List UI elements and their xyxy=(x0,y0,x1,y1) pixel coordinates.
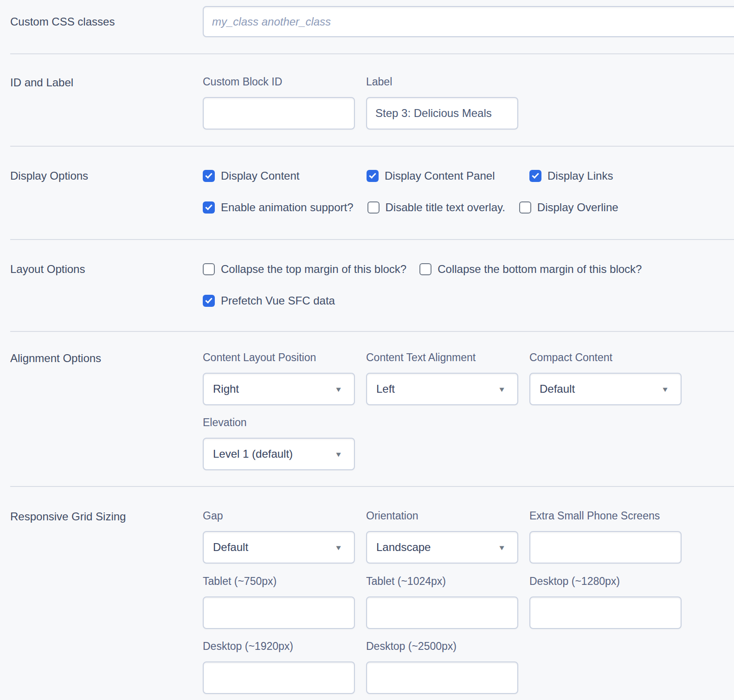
checkbox-checked-icon xyxy=(203,295,215,307)
field-label: Label xyxy=(366,77,518,87)
tablet-750-field: Tablet (~750px) xyxy=(203,576,355,629)
checkbox-label: Display Overline xyxy=(537,201,618,214)
checkbox-label: Display Content xyxy=(221,170,299,182)
field-label: Custom Block ID xyxy=(203,77,355,87)
field-label: Compact Content xyxy=(529,352,682,363)
checkmark-icon xyxy=(369,171,376,179)
select-value: Default xyxy=(540,382,575,395)
custom-block-id-field: Custom Block ID xyxy=(203,77,355,130)
tablet-1024-field: Tablet (~1024px) xyxy=(366,576,518,629)
section-responsive-grid-sizing: Responsive Grid Sizing Gap Default ▼ Ori… xyxy=(0,487,734,700)
section-title: Layout Options xyxy=(10,263,203,307)
custom-css-input[interactable] xyxy=(203,6,734,37)
checkbox-disable-title-text-overlay[interactable]: Disable title text overlay. xyxy=(367,201,505,214)
tablet-1024-input[interactable] xyxy=(366,596,518,629)
select-arrow-icon: ▼ xyxy=(335,385,342,393)
custom-css-field xyxy=(203,6,734,37)
section-title: ID and Label xyxy=(10,77,203,130)
checkbox-collapse-bottom-margin[interactable]: Collapse the bottom margin of this block… xyxy=(419,263,642,275)
section-custom-css: Custom CSS classes xyxy=(0,0,734,53)
block-label-input[interactable] xyxy=(366,97,518,130)
field-label: Orientation xyxy=(366,511,518,521)
checkbox-checked-icon xyxy=(203,201,215,214)
field-label: Content Text Alignment xyxy=(366,352,518,363)
alignment-options-fields: Content Layout Position Right ▼ Content … xyxy=(203,352,734,470)
block-settings-form: Custom CSS classes ID and Label Custom B… xyxy=(0,0,734,700)
field-label: Extra Small Phone Screens xyxy=(529,511,682,521)
block-label-field: Label xyxy=(366,77,518,130)
gap-select[interactable]: Default ▼ xyxy=(203,531,355,564)
orientation-select[interactable]: Landscape ▼ xyxy=(366,531,518,564)
checkbox-unchecked-icon xyxy=(367,201,380,214)
checkbox-label: Disable title text overlay. xyxy=(386,201,505,214)
layout-options-checkboxes: Collapse the top margin of this block? C… xyxy=(203,263,734,307)
checkbox-checked-icon xyxy=(529,170,541,182)
tablet-750-input[interactable] xyxy=(203,596,355,629)
desktop-1280-input[interactable] xyxy=(529,596,682,629)
checkbox-display-overline[interactable]: Display Overline xyxy=(519,201,618,214)
section-alignment-options: Alignment Options Content Layout Positio… xyxy=(0,332,734,486)
checkbox-display-content[interactable]: Display Content xyxy=(203,170,367,182)
select-value: Level 1 (default) xyxy=(213,447,293,460)
elevation-select[interactable]: Level 1 (default) ▼ xyxy=(203,438,355,470)
checkbox-checked-icon xyxy=(367,170,379,182)
field-label: Tablet (~1024px) xyxy=(366,576,518,587)
field-label: Elevation xyxy=(203,417,355,428)
elevation-field: Elevation Level 1 (default) ▼ xyxy=(203,417,355,470)
checkbox-unchecked-icon xyxy=(519,201,531,214)
section-title: Display Options xyxy=(10,170,203,214)
checkbox-label: Display Links xyxy=(547,170,613,182)
checkbox-display-links[interactable]: Display Links xyxy=(529,170,734,182)
checkbox-label: Collapse the top margin of this block? xyxy=(221,263,406,275)
xs-phone-field: Extra Small Phone Screens xyxy=(529,511,682,564)
section-layout-options: Layout Options Collapse the top margin o… xyxy=(0,240,734,331)
checkmark-icon xyxy=(532,171,539,179)
field-label: Desktop (~1920px) xyxy=(203,641,355,652)
section-title: Responsive Grid Sizing xyxy=(10,511,203,694)
content-layout-position-select[interactable]: Right ▼ xyxy=(203,373,355,405)
desktop-1920-input[interactable] xyxy=(203,661,355,694)
checkbox-label: Display Content Panel xyxy=(385,170,495,182)
display-options-checkboxes: Display Content Display Content Panel Di… xyxy=(203,170,734,214)
select-value: Right xyxy=(213,382,239,395)
orientation-field: Orientation Landscape ▼ xyxy=(366,511,518,564)
select-arrow-icon: ▼ xyxy=(498,385,506,393)
select-value: Default xyxy=(213,541,248,554)
select-arrow-icon: ▼ xyxy=(661,385,669,393)
field-label: Desktop (~1280px) xyxy=(529,576,682,587)
responsive-grid-fields: Gap Default ▼ Orientation Landscape ▼ Ex… xyxy=(203,511,734,694)
section-display-options: Display Options Display Content Display … xyxy=(0,147,734,239)
checkbox-unchecked-icon xyxy=(203,263,215,275)
desktop-1920-field: Desktop (~1920px) xyxy=(203,641,355,694)
select-arrow-icon: ▼ xyxy=(335,544,342,551)
field-label: Gap xyxy=(203,511,355,521)
checkbox-collapse-top-margin[interactable]: Collapse the top margin of this block? xyxy=(203,263,406,275)
section-title: Alignment Options xyxy=(10,352,203,470)
gap-field: Gap Default ▼ xyxy=(203,511,355,564)
custom-css-label: Custom CSS classes xyxy=(10,15,203,28)
checkbox-display-content-panel[interactable]: Display Content Panel xyxy=(367,170,529,182)
checkbox-unchecked-icon xyxy=(419,263,431,275)
compact-content-select[interactable]: Default ▼ xyxy=(529,373,682,405)
xs-phone-input[interactable] xyxy=(529,531,682,564)
select-value: Landscape xyxy=(376,541,431,554)
id-label-fields: Custom Block ID Label xyxy=(203,77,734,130)
field-label: Tablet (~750px) xyxy=(203,576,355,587)
checkmark-icon xyxy=(205,203,212,210)
checkbox-label: Collapse the bottom margin of this block… xyxy=(438,263,642,275)
content-text-alignment-select[interactable]: Left ▼ xyxy=(366,373,518,405)
desktop-1280-field: Desktop (~1280px) xyxy=(529,576,682,629)
custom-block-id-input[interactable] xyxy=(203,97,355,130)
checkbox-label: Enable animation support? xyxy=(221,201,354,214)
content-layout-position-field: Content Layout Position Right ▼ xyxy=(203,352,355,405)
desktop-2500-field: Desktop (~2500px) xyxy=(366,641,518,694)
checkbox-prefetch-vue-sfc-data[interactable]: Prefetch Vue SFC data xyxy=(203,295,335,307)
checkbox-checked-icon xyxy=(203,170,215,182)
checkbox-enable-animation-support[interactable]: Enable animation support? xyxy=(203,201,354,214)
checkbox-label: Prefetch Vue SFC data xyxy=(221,295,335,307)
checkmark-icon xyxy=(205,296,212,304)
select-value: Left xyxy=(376,382,395,395)
checkmark-icon xyxy=(205,171,212,179)
desktop-2500-input[interactable] xyxy=(366,661,518,694)
field-label: Content Layout Position xyxy=(203,352,355,363)
